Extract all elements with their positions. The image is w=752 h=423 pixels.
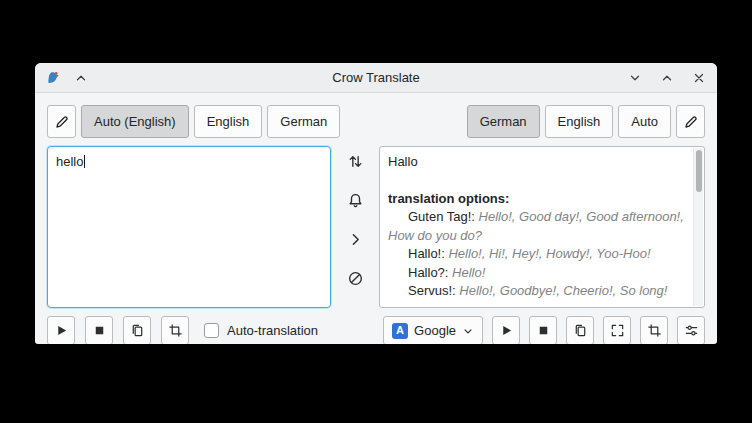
forward-button[interactable] [342, 226, 368, 252]
option-meanings: Hello! [452, 265, 485, 280]
auto-translation-checkbox[interactable] [204, 323, 219, 338]
option-meanings: Hello!, Goodbye!, Cheerio!, So long! [459, 283, 667, 298]
option-term: Guten Tag!: [408, 209, 475, 224]
stop-icon [92, 323, 107, 338]
translation-language-auto-button[interactable]: Auto [618, 105, 671, 138]
engine-selector[interactable]: A Google [383, 316, 483, 344]
tune-button[interactable] [677, 316, 705, 344]
option-term: Servus!: [408, 283, 456, 298]
cancel-icon [347, 270, 364, 287]
chevron-down-icon [462, 325, 474, 337]
translation-controls: A Google [383, 316, 705, 344]
copy-source-button[interactable] [123, 316, 151, 344]
crop-icon [647, 323, 662, 338]
copy-icon [573, 323, 588, 338]
expand-icon [610, 323, 625, 338]
result-scrollbar[interactable] [693, 148, 703, 306]
crop-icon [168, 323, 183, 338]
cancel-button[interactable] [342, 265, 368, 291]
source-language-auto-button[interactable]: Auto (English) [81, 105, 189, 138]
play-translation-button[interactable] [492, 316, 520, 344]
pencil-icon [54, 114, 70, 130]
translation-text: Hallo [388, 153, 686, 172]
play-source-button[interactable] [47, 316, 75, 344]
auto-translation-toggle[interactable]: Auto-translation [204, 323, 318, 338]
result-scrollbar-thumb[interactable] [696, 150, 702, 192]
titlebar[interactable]: Crow Translate [35, 63, 717, 93]
bell-button[interactable] [342, 187, 368, 213]
translation-language-english-button[interactable]: English [545, 105, 614, 138]
middle-button-column [342, 146, 368, 308]
maximize-button[interactable] [659, 70, 675, 86]
option-meanings: Hello!, Hi!, Hey!, Howdy!, Yoo-Hoo! [448, 246, 650, 261]
copy-icon [130, 323, 145, 338]
source-controls: Auto-translation [47, 316, 318, 344]
translation-option: Guten Tag!: Hello!, Good day!, Good afte… [388, 208, 686, 245]
translation-option: Hallo!: Hello!, Hi!, Hey!, Howdy!, Yoo-H… [388, 245, 686, 264]
edit-translation-languages-button[interactable] [676, 105, 705, 138]
play-icon [499, 323, 514, 338]
close-button[interactable] [691, 70, 707, 86]
source-language-bar: Auto (English) English German [47, 105, 340, 138]
source-text-input[interactable]: hello [47, 146, 331, 308]
keep-above-icon[interactable] [73, 70, 89, 86]
pencil-icon [683, 114, 699, 130]
edit-source-languages-button[interactable] [47, 105, 76, 138]
text-caret [84, 155, 85, 168]
swap-icon [347, 153, 364, 170]
window-title: Crow Translate [35, 70, 717, 85]
stop-translation-button[interactable] [529, 316, 557, 344]
translation-option: Servus!: Hello!, Goodbye!, Cheerio!, So … [388, 282, 686, 301]
auto-translation-label: Auto-translation [227, 323, 318, 338]
option-term: Hallo!: [408, 246, 445, 261]
main-content: Auto (English) English German German Eng… [35, 93, 717, 344]
source-language-english-button[interactable]: English [194, 105, 263, 138]
popup-window-button[interactable] [603, 316, 631, 344]
translation-output[interactable]: Hallo translation options: Guten Tag!: H… [379, 146, 705, 308]
option-term: Hallo?: [408, 265, 448, 280]
source-text: hello [56, 154, 83, 169]
app-icon[interactable] [45, 70, 61, 86]
translation-option: Hallo?: Hello! [388, 264, 686, 283]
crow-translate-window: Crow Translate Auto (English) [35, 63, 717, 344]
engine-label: Google [414, 323, 456, 338]
stop-source-button[interactable] [85, 316, 113, 344]
swap-languages-button[interactable] [342, 148, 368, 174]
translation-options-heading: translation options: [388, 190, 686, 209]
source-language-german-button[interactable]: German [267, 105, 340, 138]
crop-source-button[interactable] [161, 316, 189, 344]
minimize-button[interactable] [627, 70, 643, 86]
sliders-icon [684, 323, 699, 338]
translation-language-bar: German English Auto [467, 105, 705, 138]
copy-translation-button[interactable] [566, 316, 594, 344]
stop-icon [536, 323, 551, 338]
translation-language-german-button[interactable]: German [467, 105, 540, 138]
play-icon [54, 323, 69, 338]
google-translate-icon: A [392, 323, 408, 339]
crop-translation-button[interactable] [640, 316, 668, 344]
bell-icon [347, 192, 364, 209]
chevron-right-icon [347, 231, 364, 248]
